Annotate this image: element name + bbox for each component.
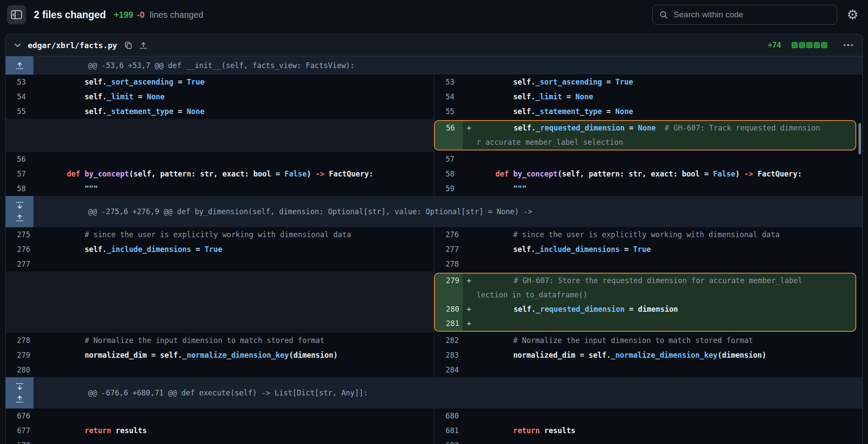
code-token: # since the user is explicitly working w… xyxy=(478,230,780,239)
code-token: FactQuery: xyxy=(325,170,374,178)
diff-pane-left: 678 xyxy=(6,438,434,444)
code-token: _include_dimensions xyxy=(536,245,620,254)
diff-pane-left: 57 def by_concept(self, pattern: str, ex… xyxy=(6,166,434,181)
code-token: = xyxy=(620,245,633,254)
code-line xyxy=(48,362,434,377)
hunk-header-row: @@ -275,6 +276,9 @@ def by_dimension(sel… xyxy=(6,196,862,227)
expand-hunk-button[interactable] xyxy=(6,56,33,75)
line-number: 275 xyxy=(6,227,33,242)
code-token: None xyxy=(575,92,593,101)
code-line xyxy=(48,152,434,166)
code-token: _statement_type xyxy=(107,107,174,116)
line-number: 280 xyxy=(435,302,463,317)
code-text-line: self._requested_dimension = dimension xyxy=(478,302,856,317)
code-token: = xyxy=(133,92,147,101)
marker-cell xyxy=(462,438,477,444)
gear-icon: ⚙ xyxy=(847,8,858,21)
code-line xyxy=(477,362,863,377)
code-line: return results xyxy=(48,423,434,438)
code-line: self._sort_ascending = True xyxy=(477,75,863,89)
code-token: (dimension) xyxy=(289,351,338,359)
code-token: False xyxy=(285,170,307,178)
code-token: = xyxy=(625,305,638,313)
marker-cell xyxy=(462,348,477,362)
marker-cell xyxy=(462,152,477,166)
code-line xyxy=(477,408,863,423)
line-number: 278 xyxy=(6,333,33,348)
diff-table: @@ -53,6 +53,7 @@ def __init__(self, fac… xyxy=(6,56,862,444)
file-header: edgar/xbrl/facts.py +74 xyxy=(6,34,862,56)
code-token: return xyxy=(513,426,539,435)
copy-path-button[interactable] xyxy=(124,41,132,49)
diff-pane-right: 283 normalized_dim = self._normalize_dim… xyxy=(434,348,863,362)
line-number: 59 xyxy=(434,181,462,196)
code-token: _sort_ascending xyxy=(107,78,174,86)
code-token: def xyxy=(495,170,509,178)
expand-hunk-button[interactable] xyxy=(6,377,33,408)
files-changed-title: 2 files changed xyxy=(34,9,106,21)
scrollbar-thumb[interactable] xyxy=(858,123,861,154)
diff-pane-right: 56+ self._requested_dimension = None # G… xyxy=(434,119,863,152)
marker-cell xyxy=(462,423,477,438)
code-line: self._requested_dimension = dimension xyxy=(477,302,856,317)
code-token: by_concept xyxy=(85,170,129,178)
settings-button[interactable]: ⚙ xyxy=(847,8,858,21)
added-marker: + xyxy=(463,121,477,150)
code-token: True xyxy=(633,245,651,254)
expand-up-icon xyxy=(15,61,24,70)
code-token: self. xyxy=(49,92,107,101)
code-token: for accurate member_label selection xyxy=(477,138,623,147)
diff-pane-left: 53 self._sort_ascending = True xyxy=(6,75,434,89)
code-line: def by_concept(self, pattern: str, exact… xyxy=(48,166,434,181)
code-token: # GH-607: Track requested dimension xyxy=(664,124,820,132)
marker-cell xyxy=(462,75,477,89)
line-number: 279 xyxy=(435,274,463,302)
diff-pane-left: 276 self._include_dimensions = True xyxy=(6,242,434,257)
code-token xyxy=(80,170,85,178)
line-number: 277 xyxy=(6,257,33,271)
code-line xyxy=(477,152,863,166)
code-token: """ xyxy=(478,184,527,193)
code-text-line: self._requested_dimension = None # GH-60… xyxy=(478,121,856,135)
line-number: 277 xyxy=(434,242,462,257)
diffstat-block xyxy=(814,42,820,48)
code-token: = xyxy=(602,107,615,116)
code-token: (self, pattern: str, exact: bool = xyxy=(558,170,713,178)
marker-cell xyxy=(462,362,477,377)
code-token: = xyxy=(625,124,638,132)
marker-cell xyxy=(33,104,48,119)
file-path: edgar/xbrl/facts.py xyxy=(28,41,117,50)
code-token: = xyxy=(174,107,187,116)
line-number: 680 xyxy=(434,408,462,423)
code-line: # since the user is explicitly working w… xyxy=(477,227,863,242)
code-token: results xyxy=(111,426,147,435)
code-token: = xyxy=(174,78,187,86)
code-token: self. xyxy=(49,245,107,254)
unfold-file-button[interactable] xyxy=(139,41,148,49)
diff-row: 56+ self._requested_dimension = None # G… xyxy=(6,119,862,152)
code-token: dimension xyxy=(638,305,678,313)
code-token xyxy=(49,170,67,178)
sidebar-toggle-button[interactable] xyxy=(7,5,26,24)
diff-pane-right: 682 xyxy=(434,438,863,444)
diff-pane-left: 278 # Normalize the input dimension to m… xyxy=(6,333,434,348)
marker-cell xyxy=(33,75,48,89)
code-token: results xyxy=(540,426,575,435)
diff-row: 5657 xyxy=(6,152,862,166)
expand-hunk-button[interactable] xyxy=(6,196,33,227)
file-collapse-button[interactable] xyxy=(14,43,21,47)
code-line xyxy=(48,438,434,444)
code-token: self. xyxy=(478,92,536,101)
code-line: """ xyxy=(477,181,863,196)
code-token: = xyxy=(562,92,575,101)
code-line: normalized_dim = self._normalize_dimensi… xyxy=(48,348,434,362)
code-line: return results xyxy=(477,423,863,438)
marker-cell xyxy=(462,408,477,423)
line-number: 56 xyxy=(6,152,33,166)
file-options-button[interactable] xyxy=(843,42,854,49)
deletions-count: -0 xyxy=(137,10,145,20)
marker-cell xyxy=(462,242,477,257)
search-input[interactable] xyxy=(673,10,831,20)
marker-cell xyxy=(462,257,477,271)
line-number: 282 xyxy=(434,333,462,348)
